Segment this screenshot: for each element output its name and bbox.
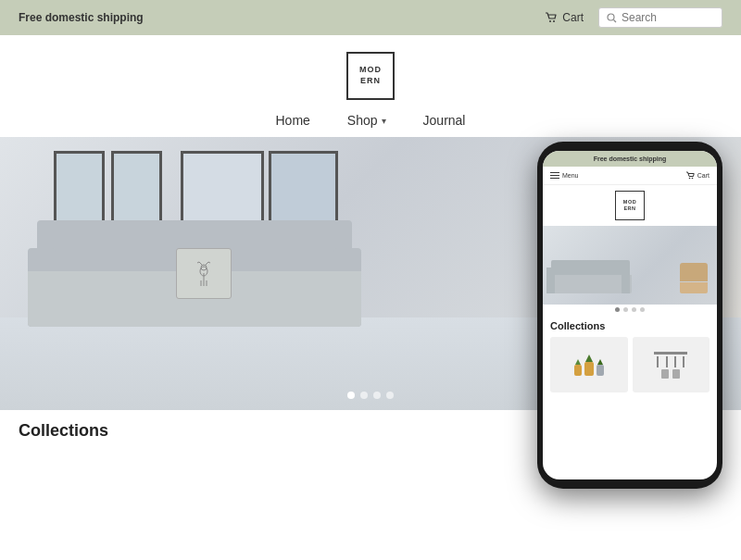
phone-announcement-text: Free domestic shipping — [550, 156, 710, 162]
slide-dot-2[interactable] — [360, 392, 368, 399]
phone-dot-1[interactable] — [615, 307, 620, 312]
phone-logo-section: MOD ERN — [543, 185, 717, 226]
phone-collections: Collections — [543, 315, 717, 479]
svg-point-14 — [691, 178, 693, 180]
phone-collection-furniture[interactable] — [633, 337, 710, 392]
pineapple-group — [574, 355, 604, 376]
phone-logo-text: MOD ERN — [623, 199, 636, 212]
tc-leg-1 — [657, 356, 659, 367]
cart-link[interactable]: Cart — [545, 11, 584, 24]
phone-cart-icon — [685, 171, 695, 180]
svg-line-9 — [199, 262, 202, 265]
phone-menu-button[interactable]: Menu — [550, 172, 579, 180]
site-header: MOD ERN Home Shop ▾ Journal — [0, 35, 741, 137]
phone-hero — [543, 226, 717, 305]
phone-menu-label: Menu — [562, 172, 579, 179]
tc-legs — [657, 356, 684, 367]
tc-leg-3 — [674, 356, 676, 367]
tc-leg-4 — [683, 356, 684, 367]
sofa — [28, 220, 361, 359]
phone-collection-grid — [550, 337, 710, 392]
svg-line-3 — [614, 19, 617, 22]
ph-sofa-arm-left — [546, 268, 555, 293]
slide-dot-1[interactable] — [347, 392, 355, 399]
svg-line-11 — [197, 262, 199, 263]
search-icon — [607, 13, 617, 23]
svg-point-13 — [688, 178, 690, 180]
deer-illustration — [190, 260, 218, 288]
hamburger-line-1 — [550, 172, 559, 174]
pillow — [176, 248, 232, 299]
hamburger-line-2 — [550, 175, 559, 177]
phone-dot-3[interactable] — [632, 307, 636, 312]
phone-dot-2[interactable] — [623, 307, 628, 312]
desktop-browser: MOD ERN Home Shop ▾ Journal — [0, 35, 741, 560]
announcement-text: Free domestic shipping — [19, 11, 144, 24]
search-box[interactable] — [598, 7, 722, 28]
phone-cart-button[interactable]: Cart — [685, 171, 710, 180]
phone-logo[interactable]: MOD ERN — [615, 191, 645, 220]
phone-slide-indicators — [543, 305, 717, 315]
table-chair-illustration — [647, 342, 694, 388]
nav-shop[interactable]: Shop ▾ — [347, 113, 386, 128]
tc-leg-2 — [666, 356, 668, 367]
phone-collections-title: Collections — [550, 320, 710, 331]
ph-sofa-seat — [546, 275, 632, 293]
phone-collection-pineapple[interactable] — [550, 337, 628, 392]
cart-label: Cart — [562, 11, 584, 24]
nav-shop-label: Shop — [347, 113, 378, 128]
slide-dot-3[interactable] — [373, 392, 381, 399]
svg-point-2 — [608, 14, 614, 20]
slide-indicators — [347, 392, 394, 399]
pineapple-2 — [584, 355, 594, 376]
pineapple-3 — [597, 359, 604, 376]
hamburger-line-3 — [550, 178, 559, 180]
header-right: Cart — [545, 7, 722, 28]
nav-home[interactable]: Home — [276, 113, 310, 128]
logo-text: MOD ERN — [359, 65, 382, 86]
ph-sofa-arm-right — [622, 268, 630, 293]
cart-icon — [545, 12, 558, 23]
announcement-bar: Free domestic shipping Cart — [0, 0, 741, 35]
phone-screen: Free domestic shipping Menu — [543, 151, 717, 479]
chair-seat — [680, 282, 708, 293]
chair-back — [680, 263, 708, 281]
pineapple-1 — [574, 359, 582, 376]
svg-line-10 — [206, 262, 208, 265]
logo[interactable]: MOD ERN — [346, 52, 395, 100]
phone-cart-label: Cart — [697, 172, 710, 179]
phone-nav-bar: Menu Cart — [543, 167, 717, 185]
phone-dot-4[interactable] — [640, 307, 645, 312]
svg-point-0 — [549, 20, 551, 22]
chevron-down-icon: ▾ — [382, 116, 386, 126]
tc-chair-1 — [661, 369, 669, 379]
hamburger-icon — [550, 172, 559, 180]
phone-announcement-bar: Free domestic shipping — [543, 151, 717, 167]
phone-chair — [680, 263, 708, 295]
nav-journal[interactable]: Journal — [423, 113, 466, 128]
svg-point-1 — [553, 20, 555, 22]
tc-chair-2 — [672, 369, 680, 379]
tc-table-top — [654, 352, 687, 355]
tc-chairs — [661, 369, 680, 379]
phone-sofa — [546, 260, 630, 297]
slide-dot-4[interactable] — [386, 392, 394, 399]
search-input[interactable] — [622, 11, 714, 24]
phone-device: Free domestic shipping Menu — [537, 142, 722, 489]
svg-line-12 — [208, 262, 210, 263]
site-nav: Home Shop ▾ Journal — [276, 113, 466, 128]
